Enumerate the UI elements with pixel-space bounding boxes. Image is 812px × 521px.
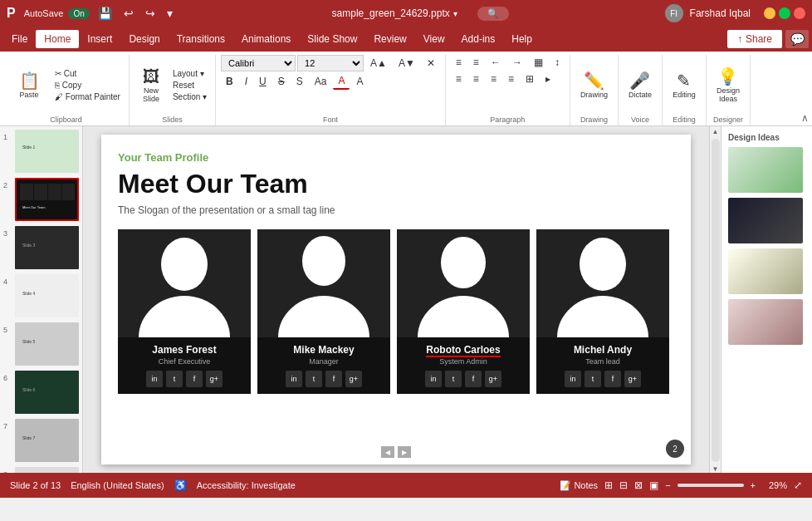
facebook-btn-2[interactable]: f <box>465 371 482 387</box>
menu-animations[interactable]: Animations <box>233 30 299 48</box>
section-button[interactable]: Section ▾ <box>169 91 210 102</box>
ribbon-expand[interactable]: ∧ <box>801 55 809 125</box>
slide-thumb-4[interactable]: 4 Slide 4 <box>3 274 79 317</box>
drawing-button[interactable]: ✏️ Drawing <box>575 61 613 111</box>
zoom-level[interactable]: 29% <box>762 480 787 490</box>
slide-img-7[interactable]: Slide 7 <box>15 419 79 462</box>
linkedin-btn-0[interactable]: in <box>146 371 163 387</box>
slide-thumb-8[interactable]: 8 Slide 8 <box>3 467 79 473</box>
justify-button[interactable]: ≡ <box>503 71 519 86</box>
line-spacing-button[interactable]: ↕ <box>550 55 565 70</box>
gplus-btn-1[interactable]: g+ <box>345 371 362 387</box>
close-button[interactable] <box>794 7 805 19</box>
columns-button[interactable]: ▦ <box>529 55 548 70</box>
layout-button[interactable]: Layout ▾ <box>169 68 210 79</box>
gplus-btn-0[interactable]: g+ <box>206 371 223 387</box>
font-name-select[interactable]: Calibri <box>221 55 296 71</box>
underline-button[interactable]: U <box>254 74 271 89</box>
menu-review[interactable]: Review <box>365 30 414 48</box>
slide-thumb-5[interactable]: 5 Slide 5 <box>3 322 79 366</box>
zoom-out-btn[interactable]: − <box>665 480 670 490</box>
numbering-button[interactable]: ≡ <box>468 55 484 70</box>
slide-thumb-7[interactable]: 7 Slide 7 <box>3 419 79 462</box>
slide-thumb-1[interactable]: 1 Slide 1 <box>3 130 79 173</box>
convert-button[interactable]: ▸ <box>541 71 555 86</box>
normal-view-btn[interactable]: ⊞ <box>604 479 613 491</box>
paste-button[interactable]: 📋 Paste <box>8 61 50 111</box>
menu-transitions[interactable]: Transitions <box>169 30 233 48</box>
indent-less-button[interactable]: ← <box>486 55 506 70</box>
slide-img-8[interactable]: Slide 8 <box>15 467 79 473</box>
font-highlight-button[interactable]: A <box>351 74 368 89</box>
comment-button[interactable]: 💬 <box>785 30 809 48</box>
twitter-btn-1[interactable]: t <box>306 371 322 387</box>
design-thumb-3[interactable] <box>728 248 803 294</box>
scroll-down-btn[interactable]: ▼ <box>712 465 719 473</box>
facebook-btn-0[interactable]: f <box>186 371 203 387</box>
share-button[interactable]: ↑ Share <box>727 30 782 48</box>
bold-button[interactable]: B <box>221 74 238 89</box>
undo-icon[interactable]: ↩ <box>120 5 137 22</box>
dictate-button[interactable]: 🎤 Dictate <box>624 61 657 111</box>
reset-button[interactable]: Reset <box>169 80 210 91</box>
menu-file[interactable]: File <box>3 30 36 48</box>
slide-thumb-6[interactable]: 6 Slide 6 <box>3 371 79 414</box>
accessibility-label[interactable]: Accessibility: Investigate <box>197 480 296 490</box>
smart-art-button[interactable]: ⊞ <box>521 71 539 86</box>
menu-home[interactable]: Home <box>36 30 79 48</box>
nav-prev[interactable]: ◀ <box>381 446 394 458</box>
font-size-select[interactable]: 12 <box>297 55 364 71</box>
slide-img-6[interactable]: Slide 6 <box>15 371 79 414</box>
slide-img-1[interactable]: Slide 1 <box>15 130 79 173</box>
editing-button[interactable]: ✎ Editing <box>668 61 701 111</box>
minimize-button[interactable] <box>764 7 775 19</box>
slide-sorter-btn[interactable]: ⊟ <box>619 479 628 491</box>
italic-button[interactable]: I <box>240 74 252 89</box>
slide-img-5[interactable]: Slide 5 <box>15 322 79 366</box>
linkedin-btn-2[interactable]: in <box>425 371 442 387</box>
presenter-view-btn[interactable]: ▣ <box>649 479 658 491</box>
dec-font-button[interactable]: A▼ <box>394 56 420 71</box>
new-slide-button[interactable]: 🖼 NewSlide <box>135 61 168 111</box>
align-right-button[interactable]: ≡ <box>486 71 501 86</box>
slide-img-4[interactable]: Slide 4 <box>15 274 79 317</box>
twitter-btn-2[interactable]: t <box>445 371 462 387</box>
zoom-slider[interactable] <box>677 484 744 487</box>
align-left-button[interactable]: ≡ <box>451 71 467 86</box>
linkedin-btn-1[interactable]: in <box>286 371 302 387</box>
gplus-btn-2[interactable]: g+ <box>485 371 501 387</box>
facebook-btn-1[interactable]: f <box>325 371 342 387</box>
linkedin-btn-3[interactable]: in <box>565 371 581 387</box>
slide-thumb-2[interactable]: 2 Meet Our Team <box>3 178 79 221</box>
notes-button[interactable]: 📝 Notes <box>560 480 598 491</box>
design-thumb-2[interactable] <box>728 198 803 243</box>
change-case-button[interactable]: Aa <box>310 74 332 89</box>
slide-img-2[interactable]: Meet Our Team <box>15 178 79 221</box>
menu-help[interactable]: Help <box>503 30 541 48</box>
strikethrough-button[interactable]: S <box>273 74 290 89</box>
scroll-up-btn[interactable]: ▲ <box>712 128 719 135</box>
format-painter-button[interactable]: 🖌 Format Painter <box>51 91 124 102</box>
inc-font-button[interactable]: A▲ <box>365 56 392 71</box>
slide-img-3[interactable]: Slide 3 <box>15 226 79 269</box>
zoom-in-btn[interactable]: + <box>751 480 756 490</box>
font-color-button[interactable]: A <box>333 73 350 90</box>
vertical-scrollbar[interactable]: ▲ ▼ <box>709 126 721 473</box>
save-icon[interactable]: 💾 <box>95 5 115 22</box>
facebook-btn-3[interactable]: f <box>604 371 621 387</box>
filename-dropdown[interactable]: ▾ <box>453 9 457 18</box>
gplus-btn-3[interactable]: g+ <box>624 371 641 387</box>
fit-slide-btn[interactable]: ⤢ <box>794 479 802 491</box>
nav-next[interactable]: ▶ <box>398 446 411 458</box>
customize-icon[interactable]: ▾ <box>164 5 176 22</box>
maximize-button[interactable] <box>779 7 790 19</box>
design-thumb-1[interactable] <box>728 147 803 193</box>
reading-view-btn[interactable]: ⊠ <box>634 479 643 491</box>
menu-insert[interactable]: Insert <box>79 30 120 48</box>
copy-button[interactable]: ⎘ Copy <box>51 80 124 91</box>
redo-icon[interactable]: ↪ <box>142 5 159 22</box>
shadow-button[interactable]: S <box>291 74 308 89</box>
slide-container[interactable]: Your Team Profile Meet Our Team The Slog… <box>101 135 691 464</box>
menu-slideshow[interactable]: Slide Show <box>299 30 365 48</box>
align-center-button[interactable]: ≡ <box>468 71 484 86</box>
